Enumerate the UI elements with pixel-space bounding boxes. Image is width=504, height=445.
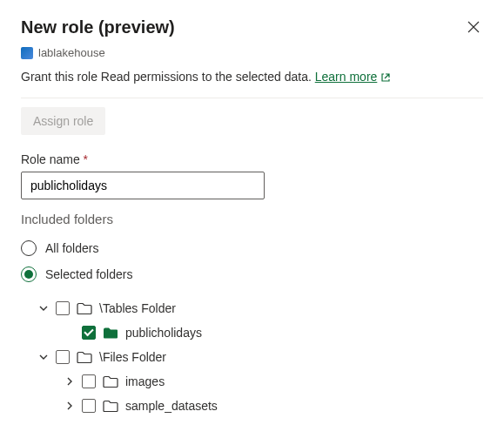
lakehouse-icon — [21, 47, 33, 59]
tree-label: images — [125, 374, 165, 388]
external-link-icon — [380, 71, 391, 85]
tree-row-images[interactable]: images — [21, 369, 483, 394]
included-folders-label: Included folders — [21, 212, 483, 226]
description-text: Grant this role Read permissions to the … — [21, 70, 312, 84]
tree-label: publicholidays — [125, 326, 202, 340]
radio-icon — [21, 266, 37, 282]
radio-all-label: All folders — [45, 241, 98, 255]
role-name-input[interactable] — [21, 172, 265, 199]
table-icon — [103, 327, 118, 340]
folder-icon — [103, 375, 118, 388]
radio-icon — [21, 240, 37, 256]
chevron-down-icon[interactable] — [38, 304, 49, 313]
folder-icon — [77, 351, 92, 364]
separator — [21, 98, 483, 98]
context-name: lablakehouse — [38, 46, 105, 59]
context-row: lablakehouse — [21, 46, 483, 59]
description: Grant this role Read permissions to the … — [21, 70, 483, 85]
checkbox[interactable] — [56, 350, 70, 364]
folder-tree: \Tables Folder publicholidays \Files Fol… — [21, 296, 483, 418]
tree-row-files-folder[interactable]: \Files Folder — [21, 345, 483, 369]
radio-selected-label: Selected folders — [45, 267, 132, 281]
chevron-right-icon[interactable] — [64, 377, 75, 386]
close-icon — [467, 21, 480, 33]
tree-row-sample-datasets[interactable]: sample_datasets — [21, 394, 483, 418]
checkbox[interactable] — [82, 374, 96, 388]
close-button[interactable] — [464, 17, 483, 39]
chevron-down-icon[interactable] — [38, 353, 49, 361]
tree-label: sample_datasets — [125, 399, 218, 413]
folder-icon — [103, 400, 118, 413]
folder-icon — [77, 302, 92, 315]
tree-label: \Tables Folder — [99, 301, 176, 315]
learn-more-link[interactable]: Learn more — [315, 70, 378, 84]
role-name-label: Role name * — [21, 152, 483, 166]
tree-row-tables-folder[interactable]: \Tables Folder — [21, 296, 483, 320]
chevron-right-icon[interactable] — [64, 401, 75, 410]
radio-all-folders[interactable]: All folders — [21, 235, 483, 261]
page-title: New role (preview) — [21, 17, 175, 37]
radio-selected-folders[interactable]: Selected folders — [21, 261, 483, 287]
assign-role-button[interactable]: Assign role — [21, 107, 105, 135]
tree-label: \Files Folder — [99, 350, 166, 364]
checkbox[interactable] — [82, 326, 96, 340]
checkbox[interactable] — [56, 301, 70, 315]
tree-row-publicholidays[interactable]: publicholidays — [21, 320, 483, 345]
checkbox[interactable] — [82, 399, 96, 413]
